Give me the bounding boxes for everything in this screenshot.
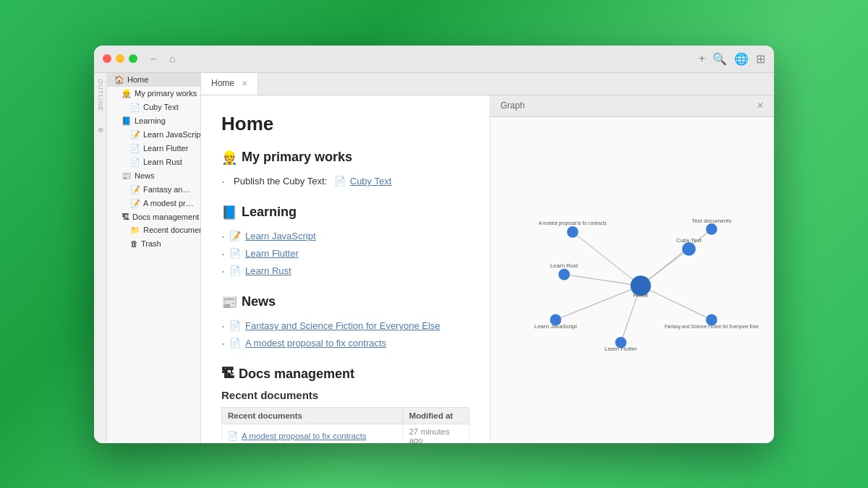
outline-vertical-label: OUTLINE — [97, 79, 104, 111]
home-nav-button[interactable]: ⌂ — [166, 51, 178, 66]
sidebar-item-news-label: News — [135, 171, 155, 180]
learn-rust-link[interactable]: Learn Rust — [245, 265, 292, 276]
doc-name[interactable]: 📄A modest proposal to fix contracts — [222, 424, 403, 443]
graph-svg: Home Cuby Text A modest proposal to fix … — [490, 117, 774, 443]
edge-home-rust — [564, 274, 641, 286]
panel-graph-body: Home Cuby Text A modest proposal to fix … — [490, 117, 774, 443]
node-label-cuby-text: Cuby Text — [676, 236, 702, 243]
sidebar-item-news[interactable]: 📰 News — [107, 169, 200, 183]
minimize-button[interactable] — [116, 54, 124, 63]
doc-icon: 📄 — [229, 320, 241, 331]
close-button[interactable] — [103, 54, 111, 63]
sidebar-item-learn-rust[interactable]: 📄 Learn Rust — [107, 155, 200, 169]
tab-home[interactable]: Home ✕ — [201, 73, 258, 95]
node-test-docs[interactable] — [706, 223, 718, 235]
primary-works-emoji: 👷 — [221, 150, 237, 166]
node-label-test-docs: Test documents — [692, 217, 731, 223]
section-news: 📰 News 📄 Fantasy and Science Fiction for… — [221, 294, 469, 352]
sidebar-item-learn-flutter-label: Learn Flutter — [143, 144, 188, 153]
section-heading-news: 📰 News — [221, 294, 469, 310]
nav-buttons: ← ⌂ — [146, 51, 178, 66]
learn-flutter-link[interactable]: Learn Flutter — [245, 248, 299, 259]
sidebar-item-modest-proposal[interactable]: 📝 A modest proposal ... — [107, 197, 200, 210]
node-label-home: Home — [633, 292, 648, 299]
sidebar-item-home-label: Home — [127, 75, 148, 84]
node-label-learn-rust: Learn Rust — [550, 262, 579, 269]
list-item: 📄 Fantasy and Science Fiction for Everyo… — [221, 317, 469, 335]
learn-js-icon: 📝 — [130, 130, 140, 140]
doc-icon: 📝 — [229, 231, 241, 241]
recent-docs-icon: 📁 — [130, 226, 140, 235]
node-modest-proposal[interactable] — [567, 226, 579, 238]
sidebar-item-fantasy[interactable]: 📝 Fantasy and Scienc... — [107, 183, 200, 197]
learn-js-link[interactable]: Learn JavaScript — [245, 231, 316, 241]
docs-mgmt-icon: 🏗 — [122, 213, 129, 221]
section-heading-primary-works: 👷 My primary works — [221, 150, 469, 166]
panel-graph-header: Graph ✕ — [490, 95, 774, 117]
search-icon[interactable]: 🔍 — [712, 52, 727, 66]
toolbar-right: + 🔍 🌐 ⊞ — [699, 52, 765, 66]
section-primary-works: 👷 My primary works Publish the Cuby Text… — [221, 150, 469, 190]
cuby-text-icon: 📄 — [130, 103, 140, 112]
sidebar-item-recent-documents[interactable]: 📁 Recent documents — [107, 223, 200, 237]
sidebar-item-trash[interactable]: 🗑 Trash — [107, 237, 200, 250]
primary-works-icon: 👷 — [122, 89, 132, 98]
sidebar-item-learn-javascript[interactable]: 📝 Learn JavaScript — [107, 128, 200, 142]
fantasy-icon: 📝 — [130, 185, 140, 194]
doc-icon: 📄 — [229, 338, 241, 348]
sidebar: 🏠 Home 👷 My primary works 📄 Cuby Text 📘 … — [107, 73, 201, 443]
sidebar-item-recent-docs-label: Recent documents — [143, 226, 200, 234]
learn-flutter-icon: 📄 — [130, 144, 140, 153]
section-learning: 📘 Learning 📝 Learn JavaScript 📄 Learn Fl… — [221, 205, 469, 280]
node-label-learn-js: Learn JavaScript — [535, 323, 578, 330]
globe-icon[interactable]: 🌐 — [734, 52, 749, 66]
node-cuby-text[interactable] — [682, 241, 696, 255]
table-row: 📄A modest proposal to fix contracts 27 m… — [222, 424, 469, 443]
layout-icon[interactable]: ⊞ — [756, 52, 765, 66]
sidebar-item-trash-label: Trash — [141, 239, 161, 248]
doc-icon: 📄 — [229, 265, 241, 276]
maximize-button[interactable] — [129, 54, 137, 63]
node-learn-rust[interactable] — [558, 268, 570, 280]
docs-mgmt-emoji: 🏗 — [221, 367, 234, 382]
doc-icon: 📄 — [334, 176, 346, 187]
recent-docs-table: Recent documents Modified at 📄A modest p… — [221, 407, 469, 443]
tab-home-label: Home — [211, 78, 234, 88]
recent-docs-section: Recent documents Recent documents Modifi… — [221, 389, 469, 443]
sidebar-item-learn-flutter[interactable]: 📄 Learn Flutter — [107, 142, 200, 155]
doc-modified: 27 minutes ago — [403, 424, 469, 443]
news-list: 📄 Fantasy and Science Fiction for Everyo… — [221, 317, 469, 352]
graph-close-icon[interactable]: ✕ — [757, 100, 764, 111]
col-header-modified: Modified at — [403, 407, 469, 424]
sidebar-item-my-primary-works[interactable]: 👷 My primary works — [107, 87, 200, 100]
sidebar-item-modest-proposal-label: A modest proposal ... — [143, 199, 195, 207]
edge-home-modest — [573, 231, 641, 285]
extensions-icon[interactable]: ⊕ — [98, 126, 103, 134]
edge-home-fantasy — [641, 286, 712, 320]
primary-works-list: Publish the Cuby Text: 📄 Cuby Text — [221, 173, 469, 190]
modest-proposal-link[interactable]: A modest proposal to fix contracts — [245, 338, 386, 348]
sidebar-item-learning[interactable]: 📘 Learning — [107, 114, 200, 128]
page-title: Home — [221, 113, 469, 135]
graph-title: Graph — [501, 100, 524, 111]
cuby-text-link[interactable]: Cuby Text — [350, 176, 392, 187]
list-item: 📄 A modest proposal to fix contracts — [221, 335, 469, 352]
tabs-row: Home ✕ — [201, 73, 774, 95]
edge-home-js — [556, 286, 641, 320]
tab-home-close[interactable]: ✕ — [242, 80, 247, 87]
plus-icon[interactable]: + — [699, 52, 705, 65]
titlebar: ← ⌂ + 🔍 🌐 ⊞ — [94, 46, 774, 73]
traffic-lights — [103, 54, 137, 63]
back-button[interactable]: ← — [146, 51, 162, 66]
sidebar-item-docs-management[interactable]: 🏗 Docs management — [107, 210, 200, 223]
sidebar-item-home[interactable]: 🏠 Home — [107, 73, 200, 87]
panel-graph: Graph ✕ — [490, 95, 774, 443]
list-item: Publish the Cuby Text: 📄 Cuby Text — [221, 173, 469, 190]
list-item: 📄 Learn Flutter — [221, 245, 469, 262]
list-item: 📝 Learn JavaScript — [221, 228, 469, 245]
learning-list: 📝 Learn JavaScript 📄 Learn Flutter 📄 Lea… — [221, 228, 469, 280]
learning-emoji: 📘 — [221, 205, 237, 221]
sidebar-item-fantasy-label: Fantasy and Scienc... — [143, 185, 195, 194]
sidebar-item-cuby-text[interactable]: 📄 Cuby Text — [107, 100, 200, 114]
fantasy-link[interactable]: Fantasy and Science Fiction for Everyone… — [245, 320, 441, 331]
